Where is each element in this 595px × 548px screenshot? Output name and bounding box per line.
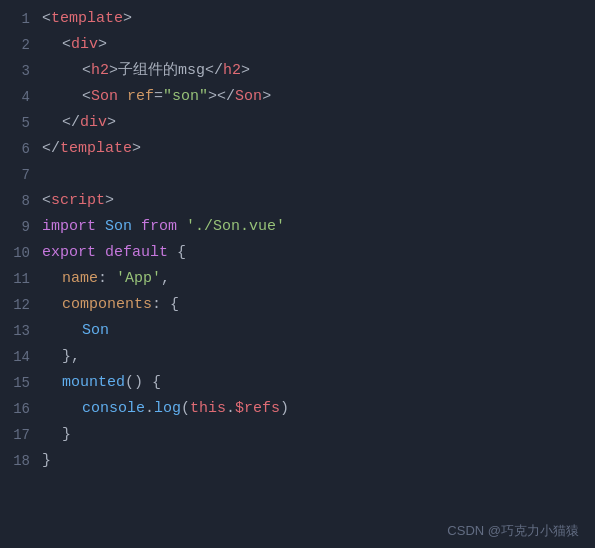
line-num: 1 [8,6,30,32]
comma: , [161,266,170,292]
brace-comma: }, [62,344,80,370]
code-line-11: name: 'App', [42,266,579,292]
code-line-3: <h2>子组件的msg</h2> [42,58,579,84]
colon: : [98,266,116,292]
code-line-17: } [42,422,579,448]
line-num: 2 [8,32,30,58]
dot2: . [226,396,235,422]
space [118,84,127,110]
line-numbers: 1 2 3 4 5 6 7 8 9 10 11 12 13 14 15 16 1… [0,6,42,542]
code-line-5: </div> [42,110,579,136]
syntax-bracket: > [105,188,114,214]
line-num: 11 [8,266,30,292]
paren-open: ( [181,396,190,422]
val-app: 'App' [116,266,161,292]
code-line-12: components: { [42,292,579,318]
line-num: 10 [8,240,30,266]
text-content: 子组件的msg [118,58,205,84]
tag-son-close: Son [235,84,262,110]
space [132,214,141,240]
brace-open: { [168,240,186,266]
kw-from: from [141,214,177,240]
code-lines: <template> <div> <h2>子组件的msg</h2> <Son r… [42,6,595,542]
this-keyword: this [190,396,226,422]
parens-brace: () { [125,370,161,396]
syntax-bracket: > [262,84,271,110]
syntax-bracket: < [82,84,91,110]
paren-close: ) [280,396,289,422]
colon-brace: : { [152,292,179,318]
code-area: 1 2 3 4 5 6 7 8 9 10 11 12 13 14 15 16 1… [0,0,595,548]
code-line-7 [42,162,579,188]
code-line-18: } [42,448,579,474]
log-method: log [154,396,181,422]
syntax-bracket: > [132,136,141,162]
code-line-2: <div> [42,32,579,58]
line-num: 4 [8,84,30,110]
attr-value-son: "son" [163,84,208,110]
syntax-bracket: > [123,6,132,32]
prop-name: name [62,266,98,292]
code-line-4: <Son ref="son"></Son> [42,84,579,110]
code-line-1: <template> [42,6,579,32]
code-line-16: console.log(this.$refs) [42,396,579,422]
line-num: 7 [8,162,30,188]
syntax-bracket: < [42,188,51,214]
brace-close: } [62,422,71,448]
code-line-15: mounted() { [42,370,579,396]
code-line-13: Son [42,318,579,344]
syntax-bracket: > [241,58,250,84]
syntax-bracket: < [82,58,91,84]
footer-watermark: CSDN @巧克力小猫猿 [447,522,579,540]
line-num: 18 [8,448,30,474]
syntax-bracket: > [98,32,107,58]
syntax-bracket: < [62,32,71,58]
syntax-bracket: > [109,58,118,84]
line-num: 15 [8,370,30,396]
code-line-6: </template> [42,136,579,162]
syntax-bracket: > [107,110,116,136]
code-line-10: export default { [42,240,579,266]
tag-template: template [51,6,123,32]
line-num: 13 [8,318,30,344]
tag-h2-close: h2 [223,58,241,84]
tag-template-close: template [60,136,132,162]
prop-components: components [62,292,152,318]
space [177,214,186,240]
code-editor: 1 2 3 4 5 6 7 8 9 10 11 12 13 14 15 16 1… [0,0,595,548]
code-line-9: import Son from './Son.vue' [42,214,579,240]
code-line-14: }, [42,344,579,370]
line-num: 8 [8,188,30,214]
space [96,214,105,240]
footer-text: CSDN @巧克力小猫猿 [447,523,579,538]
syntax-bracket: </ [62,110,80,136]
empty-line [42,162,51,188]
dot: . [145,396,154,422]
fn-mounted: mounted [62,370,125,396]
import-son: Son [105,214,132,240]
kw-import: import [42,214,96,240]
kw-export: export [42,240,96,266]
syntax-bracket: </ [205,58,223,84]
console-log: console [82,396,145,422]
line-num: 3 [8,58,30,84]
tag-son: Son [91,84,118,110]
syntax-bracket: </ [42,136,60,162]
attr-ref: ref [127,84,154,110]
equals: = [154,84,163,110]
syntax-bracket: < [42,6,51,32]
component-son: Son [82,318,109,344]
line-num: 14 [8,344,30,370]
line-num: 16 [8,396,30,422]
tag-div: div [71,32,98,58]
tag-div-close: div [80,110,107,136]
line-num: 12 [8,292,30,318]
brace-close-final: } [42,448,51,474]
line-num: 5 [8,110,30,136]
syntax-bracket: ></ [208,84,235,110]
tag-h2: h2 [91,58,109,84]
import-path: './Son.vue' [186,214,285,240]
line-num: 6 [8,136,30,162]
refs-prop: $refs [235,396,280,422]
code-line-8: <script> [42,188,579,214]
